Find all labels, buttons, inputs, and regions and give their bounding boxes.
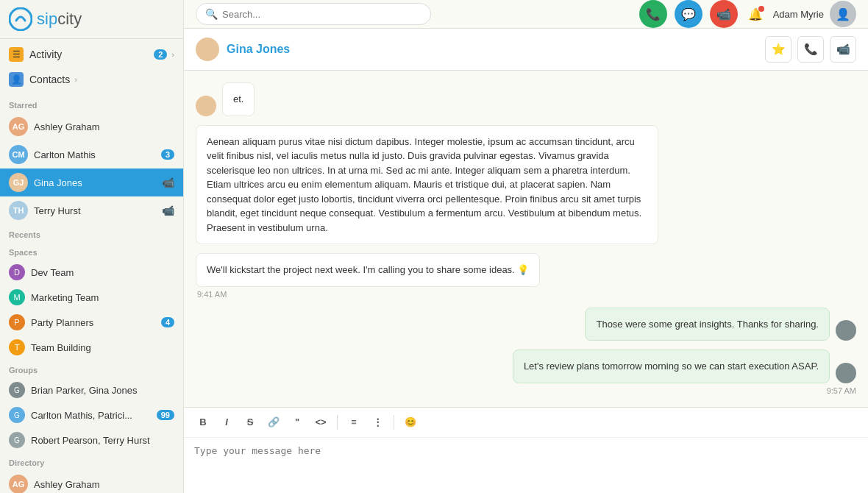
video-icon-gina: 📹 (162, 177, 174, 188)
msg-bubble-4: Those were some great insights. Thanks f… (585, 308, 830, 341)
carlton-name: Carlton Mathis (34, 149, 161, 160)
toolbar-sep-1 (337, 415, 338, 430)
starred-carlton[interactable]: CM Carlton Mathis 3 (0, 141, 183, 169)
msg-bubble-2: Aenean aliquam purus vitae nisi dictum d… (196, 125, 658, 245)
quote-button[interactable]: " (287, 412, 307, 433)
space-team-building[interactable]: T Team Building (0, 335, 183, 360)
space-icon-dev: D (9, 264, 25, 280)
search-input[interactable] (222, 9, 421, 20)
topbar-actions: 📞 💬 📹 🔔 Adam Myrie 👤 (639, 0, 856, 28)
group-brian-gina[interactable]: G Brian Parker, Gina Jones (0, 377, 183, 402)
spaces-list: D Dev Team M Marketing Team P Party Plan… (0, 260, 183, 360)
video-icon-terry: 📹 (162, 205, 174, 216)
directory-label: Directory (0, 453, 183, 470)
avatar-ashley: AG (9, 117, 28, 136)
call-button[interactable]: 📞 (797, 36, 824, 63)
dev-team-label: Dev Team (31, 267, 74, 278)
notification-button[interactable]: 🔔 (748, 7, 763, 21)
msg-text-5: Let's review plans tomorrow morning so w… (524, 361, 819, 372)
groups-list: G Brian Parker, Gina Jones G Carlton Mat… (0, 377, 183, 453)
msg-time-3: 9:41 AM (196, 290, 540, 299)
terry-name: Terry Hurst (34, 205, 162, 216)
group2-name: Carlton Mathis, Patrici... (31, 410, 132, 421)
groups-label: Groups (0, 360, 183, 377)
dir-ashley[interactable]: AG Ashley Graham (0, 470, 183, 493)
phone-button[interactable]: 📞 (639, 0, 667, 28)
user-info[interactable]: Adam Myrie 👤 (773, 1, 856, 27)
avatar-terry: TH (9, 201, 28, 220)
msg-row-4: Those were some great insights. Thanks f… (585, 308, 856, 341)
starred-ashley[interactable]: AG Ashley Graham (0, 113, 183, 141)
sidebar-item-contacts[interactable]: 👤 Contacts › (0, 67, 183, 92)
space-icon-team: T (9, 339, 25, 355)
group2-badge: 99 (157, 410, 174, 420)
starred-list: AG Ashley Graham CM Carlton Mathis 3 GJ … (0, 113, 183, 224)
msg-time-5: 9:57 AM (513, 386, 856, 395)
link-button[interactable]: 🔗 (263, 412, 284, 433)
chevron-right-icon: › (171, 50, 174, 59)
input-area (184, 438, 868, 494)
search-box[interactable]: 🔍 (196, 3, 431, 25)
dir-ashley-name: Ashley Graham (34, 479, 174, 490)
marketing-team-label: Marketing Team (31, 292, 99, 303)
group-robert-terry[interactable]: G Robert Pearson, Terry Hurst (0, 428, 183, 453)
user-avatar: 👤 (830, 1, 856, 27)
app-logo: sipcity (0, 0, 183, 39)
group3-name: Robert Pearson, Terry Hurst (31, 435, 150, 446)
bold-button[interactable]: B (193, 412, 213, 433)
nav-section: ☰ Activity 2 › 👤 Contacts › (0, 39, 183, 95)
avatar-gina: GJ (9, 173, 28, 192)
chevron-right-icon-2: › (74, 75, 77, 84)
msg-text-2: Aenean aliquam purus vitae nisi dictum d… (207, 136, 641, 233)
strikethrough-button[interactable]: S (240, 412, 260, 433)
video-button[interactable]: 📹 (710, 0, 738, 28)
star-button[interactable]: ⭐ (765, 36, 791, 63)
message-5: Let's review plans tomorrow morning so w… (513, 350, 856, 395)
message-3: We'll kickstart the project next week. I… (196, 253, 540, 299)
ordered-list-button[interactable]: ⋮ (367, 412, 388, 433)
group-icon-2: G (9, 407, 25, 423)
msg-avatar-user-4 (836, 320, 856, 341)
contacts-label: Contacts (29, 74, 70, 85)
user-name: Adam Myrie (773, 9, 824, 20)
editor-toolbar: B I S 🔗 " <> ≡ ⋮ 😊 (184, 407, 868, 438)
message-input[interactable] (194, 445, 858, 489)
activity-badge: 2 (154, 49, 167, 60)
group-icon-1: G (9, 382, 25, 398)
message-4: Those were some great insights. Thanks f… (585, 308, 856, 341)
recents-label: Recents (0, 224, 183, 242)
directory-list: AG Ashley Graham BP Brian Parker 📞 (0, 470, 183, 493)
messages-area: et. Aenean aliquam purus vitae nisi dict… (184, 71, 868, 407)
italic-button[interactable]: I (216, 412, 237, 433)
toolbar-sep-2 (394, 415, 394, 430)
ashley-name: Ashley Graham (34, 121, 174, 132)
chat-contact-name: Gina Jones (227, 43, 758, 56)
emoji-button[interactable]: 😊 (400, 412, 421, 433)
team-building-label: Team Building (31, 342, 91, 353)
chat-button[interactable]: 💬 (675, 0, 702, 28)
chat-panel: Gina Jones ⭐ 📞 📹 et. Aenea (184, 29, 868, 493)
group-icon-3: G (9, 432, 25, 448)
code-button[interactable]: <> (310, 412, 331, 433)
group-carlton-patrici[interactable]: G Carlton Mathis, Patrici... 99 (0, 402, 183, 428)
msg-bubble-1: et. (222, 82, 255, 116)
space-party-planners[interactable]: P Party Planners 4 (0, 310, 183, 335)
msg-bubble-5: Let's review plans tomorrow morning so w… (513, 350, 830, 383)
carlton-badge: 3 (161, 149, 174, 160)
space-icon-marketing: M (9, 289, 25, 305)
video-call-button[interactable]: 📹 (830, 36, 856, 63)
sidebar-item-activity[interactable]: ☰ Activity 2 › (0, 42, 183, 67)
unordered-list-button[interactable]: ≡ (344, 412, 364, 433)
logo-text: sipcity (37, 10, 82, 29)
space-marketing-team[interactable]: M Marketing Team (0, 285, 183, 310)
avatar-carlton: CM (9, 145, 28, 164)
message-2: Aenean aliquam purus vitae nisi dictum d… (196, 125, 658, 245)
avatar-dir-ashley: AG (9, 475, 28, 493)
starred-label: Starred (0, 95, 183, 113)
msg-text-3: We'll kickstart the project next week. I… (207, 264, 529, 275)
starred-terry[interactable]: TH Terry Hurst 📹 (0, 196, 183, 224)
space-dev-team[interactable]: D Dev Team (0, 260, 183, 285)
message-1: et. (196, 82, 255, 116)
starred-gina[interactable]: GJ Gina Jones 📹 (0, 169, 183, 196)
group1-name: Brian Parker, Gina Jones (31, 385, 138, 396)
